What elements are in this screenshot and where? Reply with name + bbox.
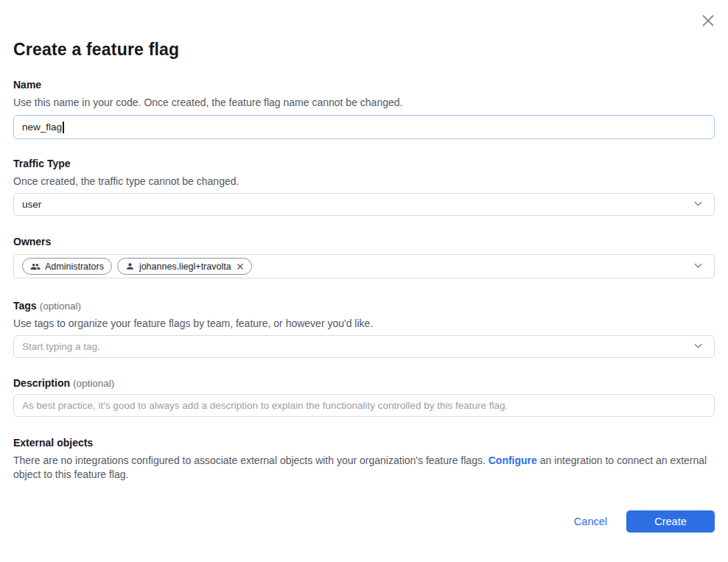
external-objects-label: External objects: [13, 437, 93, 449]
name-label: Name: [13, 79, 41, 91]
description-optional-label: (optional): [73, 378, 114, 389]
chevron-down-icon: [693, 198, 704, 211]
modal-title: Create a feature flag: [13, 38, 715, 60]
owners-label: Owners: [13, 236, 51, 247]
description-input[interactable]: As best practice, it's good to always ad…: [13, 394, 715, 417]
close-icon: [701, 13, 715, 28]
cancel-button[interactable]: Cancel: [567, 511, 615, 532]
description-label: Description: [13, 377, 70, 389]
traffic-type-help-text: Once created, the traffic type cannot be…: [13, 175, 715, 188]
chevron-down-icon: [693, 260, 704, 273]
group-icon: [30, 261, 41, 272]
tags-select[interactable]: Start typing a tag.: [13, 335, 715, 358]
name-field-group: Name Use this name in your code. Once cr…: [13, 78, 715, 139]
traffic-type-value: user: [22, 199, 41, 210]
name-input[interactable]: new_flag: [13, 115, 715, 139]
external-objects-group: External objects There are no integratio…: [13, 436, 715, 481]
create-button[interactable]: Create: [626, 510, 715, 533]
tags-optional-label: (optional): [40, 301, 81, 312]
remove-owner-icon[interactable]: [237, 263, 244, 270]
tags-placeholder: Start typing a tag.: [22, 341, 100, 352]
close-button[interactable]: [699, 12, 717, 29]
name-input-value: new_flag: [22, 122, 62, 133]
traffic-type-field-group: Traffic Type Once created, the traffic t…: [13, 157, 715, 216]
tags-field-group: Tags(optional) Use tags to organize your…: [13, 299, 715, 358]
owners-multiselect[interactable]: Administrators johannes.liegl+travolta: [13, 254, 715, 278]
person-icon: [125, 261, 135, 271]
chevron-down-icon: [693, 340, 704, 354]
owner-chip-user[interactable]: johannes.liegl+travolta: [117, 258, 252, 275]
create-feature-flag-modal: Create a feature flag Name Use this name…: [0, 38, 728, 533]
description-placeholder: As best practice, it's good to always ad…: [22, 400, 508, 411]
external-objects-text: There are no integrations configured to …: [13, 454, 715, 481]
tags-label: Tags: [13, 300, 37, 312]
description-field-group: Description(optional) As best practice, …: [13, 376, 715, 417]
text-caret: [63, 122, 64, 133]
owner-chip-administrators[interactable]: Administrators: [22, 258, 112, 275]
name-help-text: Use this name in your code. Once created…: [13, 96, 715, 109]
traffic-type-label: Traffic Type: [13, 158, 71, 169]
owner-chip-label: Administrators: [45, 261, 104, 272]
owner-chip-label: johannes.liegl+travolta: [139, 261, 231, 272]
owners-field-group: Owners Administrators johannes.liegl+tra…: [13, 235, 715, 278]
configure-link[interactable]: Configure: [489, 454, 537, 466]
tags-help-text: Use tags to organize your feature flags …: [13, 317, 715, 330]
modal-footer: Cancel Create: [13, 510, 715, 533]
traffic-type-select[interactable]: user: [13, 193, 715, 216]
